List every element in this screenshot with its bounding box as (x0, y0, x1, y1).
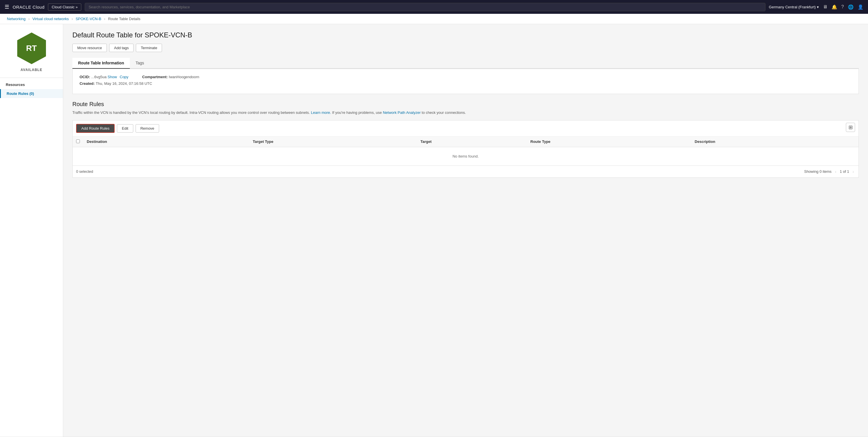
add-tags-button[interactable]: Add tags (109, 44, 133, 52)
col-route-type: Route Type (527, 137, 691, 147)
hexagon-icon: RT (14, 31, 49, 65)
learn-more-link[interactable]: Learn more. (311, 110, 331, 115)
compartment-field: Compartment: IwanHoogendoorn (142, 75, 199, 79)
col-description: Description (691, 137, 859, 147)
route-rules-table: Destination Target Type Target Route Typ… (73, 137, 859, 166)
info-card: OCID: ...6vg5ua Show Copy Compartment: I… (72, 69, 859, 94)
next-page-arrow[interactable]: › (851, 169, 855, 175)
bell-icon[interactable]: 🔔 (832, 4, 837, 10)
status-badge: AVAILABLE (21, 68, 42, 72)
main-layout: RT AVAILABLE Resources Route Rules (0) D… (0, 24, 868, 437)
sidebar-resources-label: Resources (0, 78, 63, 89)
ocid-show-link[interactable]: Show (108, 75, 117, 79)
no-items-row: No items found. (73, 147, 859, 165)
nav-right-section: Germany Central (Frankfurt) ▾ 🖥 🔔 ? 🌐 👤 (769, 4, 863, 10)
breadcrumb-sep-2: › (71, 17, 73, 21)
table-toolbar: Add Route Rules Edit Remove ⊞ (73, 120, 859, 137)
monitor-icon[interactable]: 🖥 (823, 4, 828, 9)
oracle-logo: ORACLE Cloud (13, 5, 44, 9)
ocid-field: OCID: ...6vg5ua Show Copy (80, 75, 128, 79)
page-info: 1 of 1 (840, 169, 849, 174)
selected-count: 0 selected (76, 169, 93, 174)
route-rules-title: Route Rules (72, 101, 859, 108)
edit-button[interactable]: Edit (117, 124, 133, 133)
select-all-checkbox[interactable] (76, 140, 80, 143)
breadcrumb-current: Route Table Details (108, 17, 141, 21)
breadcrumb: Networking › Virtual cloud networks › SP… (0, 14, 868, 24)
breadcrumb-sep-1: › (28, 17, 30, 21)
tab-route-table-information[interactable]: Route Table Information (72, 58, 130, 69)
route-rules-table-container: Add Route Rules Edit Remove ⊞ Destinatio… (72, 120, 859, 178)
showing-label: Showing 0 items (804, 169, 832, 174)
table-header-row: Destination Target Type Target Route Typ… (73, 137, 859, 147)
pagination: Showing 0 items ‹ 1 of 1 › (804, 169, 855, 175)
col-target-type: Target Type (249, 137, 417, 147)
tabs-bar: Route Table Information Tags (72, 58, 859, 69)
breadcrumb-vcn-name[interactable]: SPOKE-VCN-B (75, 17, 101, 21)
hamburger-menu-icon[interactable]: ☰ (5, 4, 9, 10)
left-panel: RT AVAILABLE Resources Route Rules (0) (0, 24, 63, 437)
breadcrumb-sep-3: › (104, 17, 105, 21)
breadcrumb-networking[interactable]: Networking (7, 17, 26, 21)
move-resource-button[interactable]: Move resource (72, 44, 107, 52)
cloud-classic-button[interactable]: Cloud Classic » (48, 3, 81, 11)
globe-icon[interactable]: 🌐 (848, 4, 854, 10)
hex-label: RT (26, 44, 37, 53)
page-title: Default Route Table for SPOKE-VCN-B (72, 31, 859, 39)
no-items-message: No items found. (73, 147, 859, 165)
search-input[interactable] (85, 3, 765, 11)
ocid-copy-link[interactable]: Copy (120, 75, 128, 79)
info-row-2: Created: Thu, May 16, 2024, 07:16:58 UTC (80, 81, 851, 86)
top-navigation: ☰ ORACLE Cloud Cloud Classic » Germany C… (0, 0, 868, 14)
sidebar-item-route-rules[interactable]: Route Rules (0) (0, 89, 63, 98)
help-corner-icon[interactable]: ⊞ (846, 123, 855, 132)
add-route-rules-button[interactable]: Add Route Rules (76, 124, 115, 133)
content-area: Default Route Table for SPOKE-VCN-B Move… (63, 24, 868, 437)
table-footer: 0 selected Showing 0 items ‹ 1 of 1 › (73, 166, 859, 177)
route-rules-description: Traffic within the VCN is handled by the… (72, 110, 859, 116)
terminate-button[interactable]: Terminate (136, 44, 162, 52)
remove-button[interactable]: Remove (135, 124, 159, 133)
network-path-analyzer-link[interactable]: Network Path Analyzer (383, 110, 421, 115)
user-avatar[interactable]: 👤 (858, 4, 863, 10)
breadcrumb-vcn[interactable]: Virtual cloud networks (32, 17, 69, 21)
chevron-down-icon: ▾ (817, 5, 819, 9)
tab-tags[interactable]: Tags (130, 58, 150, 69)
region-selector[interactable]: Germany Central (Frankfurt) ▾ (769, 5, 819, 9)
info-row-1: OCID: ...6vg5ua Show Copy Compartment: I… (80, 75, 851, 79)
help-icon[interactable]: ? (841, 4, 844, 9)
resource-icon-section: RT AVAILABLE (0, 31, 63, 78)
prev-page-arrow[interactable]: ‹ (834, 169, 838, 175)
col-target: Target (417, 137, 527, 147)
action-buttons: Move resource Add tags Terminate (72, 44, 859, 52)
col-destination: Destination (83, 137, 249, 147)
created-field: Created: Thu, May 16, 2024, 07:16:58 UTC (80, 81, 152, 86)
